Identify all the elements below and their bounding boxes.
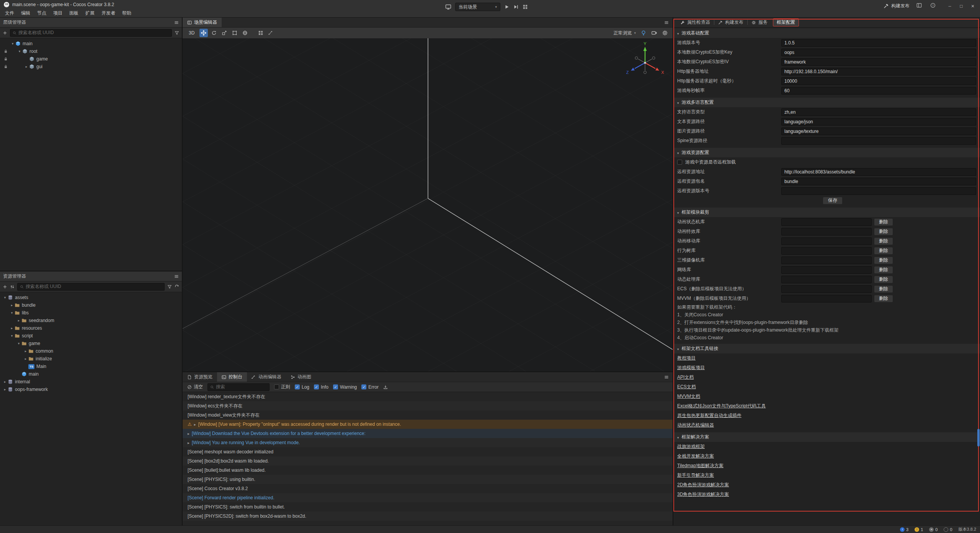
assets-search-input[interactable]: 搜索名称或 UUID xyxy=(17,283,165,291)
asset-node-libs[interactable]: libs xyxy=(0,309,182,317)
solution-link[interactable]: Tiledmap地图解决方案 xyxy=(677,463,724,469)
create-asset-button[interactable] xyxy=(3,284,7,289)
gizmo-settings-button[interactable] xyxy=(267,29,275,37)
hierarchy-search-input[interactable]: 搜索名称或 UUID xyxy=(10,29,172,37)
module-path-input[interactable] xyxy=(781,266,872,274)
log-line[interactable]: [Scene] [PHYSICS]: using builtin. xyxy=(183,475,673,484)
minimize-button[interactable] xyxy=(944,3,956,9)
tab-console[interactable]: 控制台 xyxy=(217,372,247,382)
delete-button[interactable]: 删除 xyxy=(874,218,893,226)
doc-link[interactable]: 动画状态机编辑器 xyxy=(677,422,714,428)
log-line[interactable]: [Window] ecs文件夹不存在 xyxy=(183,401,673,410)
menu-node[interactable]: 节点 xyxy=(34,10,50,16)
rotate-tool-button[interactable] xyxy=(210,29,218,37)
http-timeout-input[interactable]: 10000 xyxy=(781,77,976,85)
lock-icon[interactable] xyxy=(2,64,10,69)
menu-edit[interactable]: 编辑 xyxy=(18,10,34,16)
build-publish-button[interactable]: 构建发布 xyxy=(884,3,910,9)
module-path-input[interactable] xyxy=(781,276,872,283)
lock-icon[interactable] xyxy=(2,57,10,61)
filter-error-checkbox[interactable]: Error xyxy=(361,384,379,390)
lock-icon[interactable] xyxy=(2,49,10,54)
view-mode-select[interactable]: 正常浏览 xyxy=(613,30,636,36)
create-node-button[interactable] xyxy=(3,31,7,35)
regex-checkbox[interactable]: 正则 xyxy=(274,384,290,390)
filter-warning-checkbox[interactable]: Warning xyxy=(333,384,357,390)
solution-link[interactable]: 新手引导解决方案 xyxy=(677,472,714,479)
module-path-input[interactable] xyxy=(781,257,872,264)
delete-button[interactable]: 删除 xyxy=(874,257,893,264)
export-log-icon[interactable] xyxy=(383,385,388,389)
log-line[interactable]: [Scene] [PHYSICS]: switch from builtin t… xyxy=(183,502,673,512)
module-path-input[interactable] xyxy=(781,285,872,293)
doc-link[interactable]: Excel格式转Json文件与TypeScript代码工具 xyxy=(677,403,766,409)
menu-panel[interactable]: 面板 xyxy=(66,10,82,16)
asset-node-script[interactable]: script xyxy=(0,332,182,340)
log-line[interactable]: [Window] render_texture文件夹不存在 xyxy=(183,392,673,401)
mode-3d-button[interactable]: 3D xyxy=(186,29,198,37)
rect-tool-button[interactable] xyxy=(230,29,239,37)
log-line-warning[interactable]: [Window] [Vue warn]: Property "onInput" … xyxy=(183,420,673,429)
crypto-key-input[interactable]: oops xyxy=(781,49,976,56)
module-path-input[interactable] xyxy=(781,218,872,226)
menu-extension[interactable]: 扩展 xyxy=(82,10,98,16)
save-button[interactable]: 保存 xyxy=(823,197,843,204)
panel-menu-icon[interactable] xyxy=(660,18,673,27)
remote-bundle-input[interactable]: bundle xyxy=(781,178,976,185)
delete-button[interactable]: 删除 xyxy=(874,266,893,274)
snap-grid-button[interactable] xyxy=(256,29,265,37)
log-line-info[interactable]: [Scene] Forward render pipeline initiali… xyxy=(183,493,673,502)
tab-build-publish[interactable]: 构建发布 xyxy=(714,18,747,28)
clear-console-button[interactable]: 清空 xyxy=(187,384,203,390)
notification-count[interactable]: 0 xyxy=(944,527,952,532)
menu-help[interactable]: 帮助 xyxy=(119,10,135,16)
section-resource-config[interactable]: 游戏资源配置 xyxy=(673,148,980,157)
menu-developer[interactable]: 开发者 xyxy=(98,10,119,16)
tab-inspector[interactable]: 属性检查器 xyxy=(676,18,714,28)
asset-node-main-scene[interactable]: main xyxy=(0,370,182,378)
expand-icon[interactable] xyxy=(188,440,189,445)
doc-link[interactable]: 游戏模板项目 xyxy=(677,365,705,371)
fps-input[interactable]: 60 xyxy=(781,87,976,95)
asset-node-bundle[interactable]: bundle xyxy=(0,301,182,309)
expand-icon[interactable] xyxy=(194,422,196,427)
console-search-input[interactable]: 搜索 xyxy=(207,383,270,391)
crypto-iv-input[interactable]: framework xyxy=(781,58,976,66)
step-button[interactable] xyxy=(513,4,519,10)
remote-version-input[interactable] xyxy=(781,187,976,195)
refresh-icon[interactable] xyxy=(175,284,179,289)
log-line[interactable]: [Window] model_view文件夹不存在 xyxy=(183,410,673,420)
scene-viewport[interactable]: Y X Z xyxy=(183,38,673,371)
filter-info-checkbox[interactable]: Info xyxy=(314,384,328,390)
module-path-input[interactable] xyxy=(781,228,872,235)
hierarchy-node-game[interactable]: game xyxy=(0,55,182,63)
asset-node-resources[interactable]: resources xyxy=(0,324,182,332)
asset-node-common[interactable]: common xyxy=(0,347,182,355)
spine-path-input[interactable] xyxy=(781,137,976,145)
doc-link[interactable]: 教程项目 xyxy=(677,355,696,361)
solution-link[interactable]: 2D角色扮演游戏解决方案 xyxy=(677,482,729,488)
delete-button[interactable]: 删除 xyxy=(874,247,893,255)
panel-menu-icon[interactable] xyxy=(174,274,179,279)
section-game-base-config[interactable]: 游戏基础配置 xyxy=(673,28,980,38)
warning-count[interactable]: 1 xyxy=(915,527,923,532)
doc-link[interactable]: MVVM文档 xyxy=(677,393,700,400)
expand-icon[interactable] xyxy=(188,431,189,436)
log-line-info[interactable]: [Window] Download the Vue Devtools exten… xyxy=(183,429,673,438)
axis-gizmo[interactable]: Y X Z xyxy=(623,41,667,85)
solution-link[interactable]: 全栈开发解决方案 xyxy=(677,453,714,459)
gear-icon[interactable] xyxy=(662,30,668,36)
remote-load-checkbox[interactable] xyxy=(677,160,682,165)
chevron-down-icon[interactable] xyxy=(17,49,22,53)
asset-node-internal[interactable]: internal xyxy=(0,378,182,386)
close-button[interactable] xyxy=(967,3,978,9)
hierarchy-node-gui[interactable]: gui xyxy=(0,63,182,70)
http-server-input[interactable]: http://192.168.0.150/main/ xyxy=(781,68,976,75)
menu-project[interactable]: 项目 xyxy=(50,10,66,16)
tab-scene-editor[interactable]: 场景编辑器 xyxy=(183,18,222,27)
error-count[interactable]: 0 xyxy=(929,527,938,532)
doc-link[interactable]: API文档 xyxy=(677,374,694,381)
scrollbar-thumb[interactable] xyxy=(977,429,980,446)
tab-animation-graph[interactable]: 动画图 xyxy=(286,372,316,382)
info-count[interactable]: 3 xyxy=(900,527,908,532)
